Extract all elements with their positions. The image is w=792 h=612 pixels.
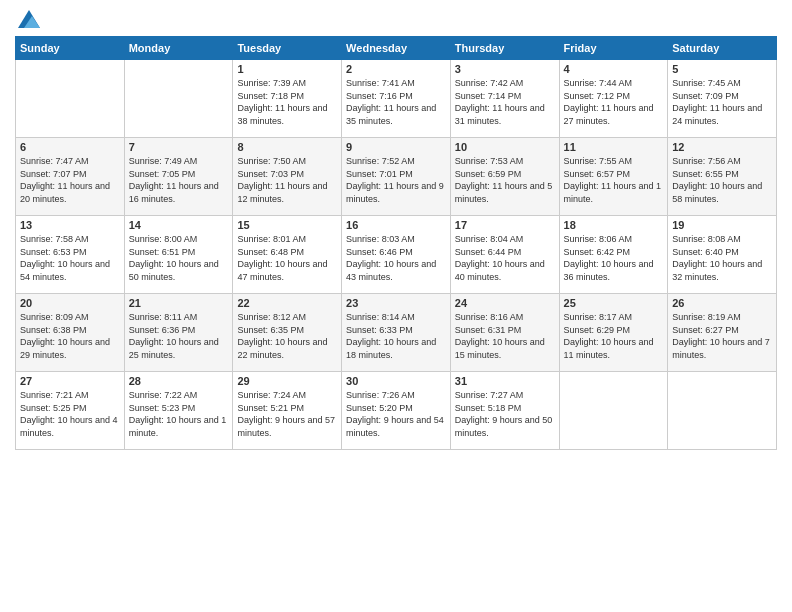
sunset: Sunset: 7:07 PM (20, 169, 87, 179)
calendar-cell: 20 Sunrise: 8:09 AM Sunset: 6:38 PM Dayl… (16, 294, 125, 372)
calendar-cell: 2 Sunrise: 7:41 AM Sunset: 7:16 PM Dayli… (342, 60, 451, 138)
sunset: Sunset: 6:44 PM (455, 247, 522, 257)
daylight: Daylight: 11 hours and 31 minutes. (455, 103, 545, 126)
cell-content: Sunrise: 7:50 AM Sunset: 7:03 PM Dayligh… (237, 155, 337, 205)
cell-content: Sunrise: 7:52 AM Sunset: 7:01 PM Dayligh… (346, 155, 446, 205)
cell-content: Sunrise: 8:17 AM Sunset: 6:29 PM Dayligh… (564, 311, 664, 361)
header-row: SundayMondayTuesdayWednesdayThursdayFrid… (16, 37, 777, 60)
daylight: Daylight: 10 hours and 43 minutes. (346, 259, 436, 282)
cell-content: Sunrise: 7:26 AM Sunset: 5:20 PM Dayligh… (346, 389, 446, 439)
sunset: Sunset: 5:25 PM (20, 403, 87, 413)
sunset: Sunset: 5:18 PM (455, 403, 522, 413)
cell-content: Sunrise: 7:27 AM Sunset: 5:18 PM Dayligh… (455, 389, 555, 439)
daylight: Daylight: 10 hours and 4 minutes. (20, 415, 118, 438)
daylight: Daylight: 11 hours and 1 minute. (564, 181, 662, 204)
day-number: 5 (672, 63, 772, 75)
cell-content: Sunrise: 8:04 AM Sunset: 6:44 PM Dayligh… (455, 233, 555, 283)
week-row-2: 6 Sunrise: 7:47 AM Sunset: 7:07 PM Dayli… (16, 138, 777, 216)
day-number: 7 (129, 141, 229, 153)
daylight: Daylight: 10 hours and 18 minutes. (346, 337, 436, 360)
sunset: Sunset: 6:42 PM (564, 247, 631, 257)
sunset: Sunset: 6:53 PM (20, 247, 87, 257)
sunrise: Sunrise: 8:04 AM (455, 234, 524, 244)
cell-content: Sunrise: 8:08 AM Sunset: 6:40 PM Dayligh… (672, 233, 772, 283)
sunrise: Sunrise: 7:21 AM (20, 390, 89, 400)
sunrise: Sunrise: 7:22 AM (129, 390, 198, 400)
day-number: 31 (455, 375, 555, 387)
sunset: Sunset: 7:01 PM (346, 169, 413, 179)
sunrise: Sunrise: 7:53 AM (455, 156, 524, 166)
cell-content: Sunrise: 8:06 AM Sunset: 6:42 PM Dayligh… (564, 233, 664, 283)
sunset: Sunset: 7:05 PM (129, 169, 196, 179)
sunset: Sunset: 5:23 PM (129, 403, 196, 413)
day-number: 29 (237, 375, 337, 387)
cell-content: Sunrise: 7:55 AM Sunset: 6:57 PM Dayligh… (564, 155, 664, 205)
sunrise: Sunrise: 7:49 AM (129, 156, 198, 166)
day-header-friday: Friday (559, 37, 668, 60)
day-number: 11 (564, 141, 664, 153)
calendar-cell: 18 Sunrise: 8:06 AM Sunset: 6:42 PM Dayl… (559, 216, 668, 294)
sunset: Sunset: 7:09 PM (672, 91, 739, 101)
sunrise: Sunrise: 7:45 AM (672, 78, 741, 88)
daylight: Daylight: 9 hours and 54 minutes. (346, 415, 444, 438)
calendar-cell: 30 Sunrise: 7:26 AM Sunset: 5:20 PM Dayl… (342, 372, 451, 450)
calendar-cell: 28 Sunrise: 7:22 AM Sunset: 5:23 PM Dayl… (124, 372, 233, 450)
calendar-cell: 9 Sunrise: 7:52 AM Sunset: 7:01 PM Dayli… (342, 138, 451, 216)
calendar-cell: 21 Sunrise: 8:11 AM Sunset: 6:36 PM Dayl… (124, 294, 233, 372)
calendar-cell: 19 Sunrise: 8:08 AM Sunset: 6:40 PM Dayl… (668, 216, 777, 294)
sunset: Sunset: 6:46 PM (346, 247, 413, 257)
day-number: 23 (346, 297, 446, 309)
daylight: Daylight: 11 hours and 9 minutes. (346, 181, 444, 204)
day-number: 20 (20, 297, 120, 309)
calendar-cell: 23 Sunrise: 8:14 AM Sunset: 6:33 PM Dayl… (342, 294, 451, 372)
day-number: 14 (129, 219, 229, 231)
week-row-4: 20 Sunrise: 8:09 AM Sunset: 6:38 PM Dayl… (16, 294, 777, 372)
day-header-wednesday: Wednesday (342, 37, 451, 60)
cell-content: Sunrise: 7:44 AM Sunset: 7:12 PM Dayligh… (564, 77, 664, 127)
sunset: Sunset: 6:36 PM (129, 325, 196, 335)
calendar-table: SundayMondayTuesdayWednesdayThursdayFrid… (15, 36, 777, 450)
daylight: Daylight: 10 hours and 7 minutes. (672, 337, 770, 360)
sunrise: Sunrise: 8:11 AM (129, 312, 198, 322)
daylight: Daylight: 9 hours and 57 minutes. (237, 415, 335, 438)
daylight: Daylight: 11 hours and 5 minutes. (455, 181, 553, 204)
cell-content: Sunrise: 7:49 AM Sunset: 7:05 PM Dayligh… (129, 155, 229, 205)
cell-content: Sunrise: 7:24 AM Sunset: 5:21 PM Dayligh… (237, 389, 337, 439)
day-number: 19 (672, 219, 772, 231)
daylight: Daylight: 10 hours and 36 minutes. (564, 259, 654, 282)
daylight: Daylight: 10 hours and 32 minutes. (672, 259, 762, 282)
sunset: Sunset: 6:55 PM (672, 169, 739, 179)
cell-content: Sunrise: 7:56 AM Sunset: 6:55 PM Dayligh… (672, 155, 772, 205)
sunset: Sunset: 7:18 PM (237, 91, 304, 101)
cell-content: Sunrise: 8:09 AM Sunset: 6:38 PM Dayligh… (20, 311, 120, 361)
calendar-cell (16, 60, 125, 138)
sunset: Sunset: 6:27 PM (672, 325, 739, 335)
cell-content: Sunrise: 8:19 AM Sunset: 6:27 PM Dayligh… (672, 311, 772, 361)
sunset: Sunset: 5:20 PM (346, 403, 413, 413)
sunrise: Sunrise: 8:14 AM (346, 312, 415, 322)
calendar-cell: 11 Sunrise: 7:55 AM Sunset: 6:57 PM Dayl… (559, 138, 668, 216)
daylight: Daylight: 10 hours and 1 minute. (129, 415, 227, 438)
day-number: 6 (20, 141, 120, 153)
daylight: Daylight: 11 hours and 16 minutes. (129, 181, 219, 204)
sunrise: Sunrise: 8:12 AM (237, 312, 306, 322)
daylight: Daylight: 11 hours and 38 minutes. (237, 103, 327, 126)
calendar-cell: 10 Sunrise: 7:53 AM Sunset: 6:59 PM Dayl… (450, 138, 559, 216)
sunrise: Sunrise: 7:41 AM (346, 78, 415, 88)
sunrise: Sunrise: 8:09 AM (20, 312, 89, 322)
daylight: Daylight: 10 hours and 47 minutes. (237, 259, 327, 282)
week-row-1: 1 Sunrise: 7:39 AM Sunset: 7:18 PM Dayli… (16, 60, 777, 138)
cell-content: Sunrise: 7:41 AM Sunset: 7:16 PM Dayligh… (346, 77, 446, 127)
calendar-cell: 27 Sunrise: 7:21 AM Sunset: 5:25 PM Dayl… (16, 372, 125, 450)
calendar-cell: 14 Sunrise: 8:00 AM Sunset: 6:51 PM Dayl… (124, 216, 233, 294)
day-number: 4 (564, 63, 664, 75)
cell-content: Sunrise: 8:14 AM Sunset: 6:33 PM Dayligh… (346, 311, 446, 361)
day-number: 21 (129, 297, 229, 309)
cell-content: Sunrise: 8:03 AM Sunset: 6:46 PM Dayligh… (346, 233, 446, 283)
day-header-tuesday: Tuesday (233, 37, 342, 60)
cell-content: Sunrise: 7:47 AM Sunset: 7:07 PM Dayligh… (20, 155, 120, 205)
day-header-saturday: Saturday (668, 37, 777, 60)
cell-content: Sunrise: 7:42 AM Sunset: 7:14 PM Dayligh… (455, 77, 555, 127)
calendar-cell (559, 372, 668, 450)
sunrise: Sunrise: 8:17 AM (564, 312, 633, 322)
